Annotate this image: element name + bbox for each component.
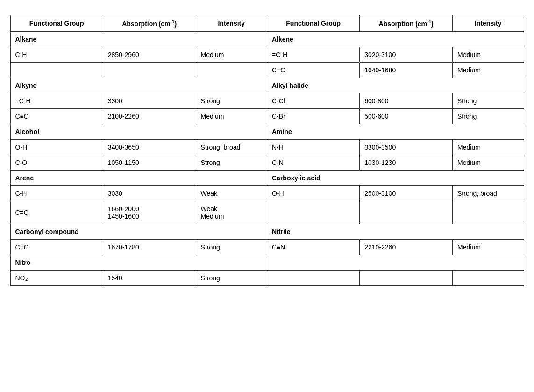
fg-right: C-N xyxy=(267,155,359,170)
table-row: NO₂1540Strong xyxy=(10,270,524,285)
int-right: Medium xyxy=(453,155,524,170)
group-label-right xyxy=(267,255,524,270)
table-row: Carbonyl compoundNitrile xyxy=(10,224,524,239)
fg-right: C=C xyxy=(267,62,359,78)
header-fg-left: Functional Group xyxy=(10,15,103,32)
group-label-right: Alkyl halide xyxy=(267,78,524,93)
fg-right xyxy=(267,270,359,285)
abs-right: 1030-1230 xyxy=(360,155,453,170)
abs-right: 3020-3100 xyxy=(360,47,453,62)
table-row: C=O1670-1780StrongC≡N2210-2260Medium xyxy=(10,239,524,255)
fg-right: C-Cl xyxy=(267,93,359,108)
table-row: AlkyneAlkyl halide xyxy=(10,78,524,93)
int-right: Medium xyxy=(453,62,524,78)
int-right: Strong xyxy=(453,108,524,124)
abs-left: 1660-20001450-1600 xyxy=(103,201,196,224)
table-row: O-H3400-3650Strong, broadN-H3300-3500Med… xyxy=(10,139,524,155)
group-label-left: Alcohol xyxy=(10,124,267,139)
abs-left: 3030 xyxy=(103,185,196,201)
int-left: Strong, broad xyxy=(196,139,267,155)
abs-right: 1640-1680 xyxy=(360,62,453,78)
group-label-left: Arene xyxy=(10,170,267,185)
int-right: Medium xyxy=(453,139,524,155)
fg-left: ≡C-H xyxy=(10,93,103,108)
abs-right: 600-800 xyxy=(360,93,453,108)
fg-left: C=C xyxy=(10,201,103,224)
int-left xyxy=(196,62,267,78)
int-left: Strong xyxy=(196,239,267,255)
fg-left: C=O xyxy=(10,239,103,255)
abs-left: 1540 xyxy=(103,270,196,285)
table-row: C=C1640-1680Medium xyxy=(10,62,524,78)
abs-right: 3300-3500 xyxy=(360,139,453,155)
ir-absorptions-table: Functional Group Absorption (cm-1) Inten… xyxy=(10,15,524,286)
table-row: C≡C2100-2260MediumC-Br500-600Strong xyxy=(10,108,524,124)
abs-right xyxy=(360,270,453,285)
int-left: Weak xyxy=(196,185,267,201)
int-left: Medium xyxy=(196,108,267,124)
int-left: Strong xyxy=(196,155,267,170)
fg-right: C≡N xyxy=(267,239,359,255)
abs-right: 500-600 xyxy=(360,108,453,124)
fg-right: =C-H xyxy=(267,47,359,62)
int-left: Strong xyxy=(196,270,267,285)
int-left: Strong xyxy=(196,93,267,108)
int-left: WeakMedium xyxy=(196,201,267,224)
header-abs-left: Absorption (cm-1) xyxy=(103,15,196,32)
abs-left xyxy=(103,62,196,78)
int-right xyxy=(453,201,524,224)
fg-right: N-H xyxy=(267,139,359,155)
int-right: Strong xyxy=(453,93,524,108)
header-fg-right: Functional Group xyxy=(267,15,359,32)
fg-left: NO₂ xyxy=(10,270,103,285)
abs-left: 1050-1150 xyxy=(103,155,196,170)
table-row: C-H3030WeakO-H2500-3100Strong, broad xyxy=(10,185,524,201)
fg-left: C-H xyxy=(10,185,103,201)
int-right: Medium xyxy=(453,47,524,62)
header-abs-right: Absorption (cm-1) xyxy=(360,15,453,32)
group-label-left: Nitro xyxy=(10,255,267,270)
group-label-right: Alkene xyxy=(267,31,524,47)
abs-left: 1670-1780 xyxy=(103,239,196,255)
table-header-row: Functional Group Absorption (cm-1) Inten… xyxy=(10,15,524,32)
group-label-right: Carboxylic acid xyxy=(267,170,524,185)
group-label-left: Alkyne xyxy=(10,78,267,93)
int-right: Medium xyxy=(453,239,524,255)
table-row: C-H2850-2960Medium=C-H3020-3100Medium xyxy=(10,47,524,62)
fg-left: O-H xyxy=(10,139,103,155)
table-row: Nitro xyxy=(10,255,524,270)
table-row: C=C1660-20001450-1600WeakMedium xyxy=(10,201,524,224)
int-right: Strong, broad xyxy=(453,185,524,201)
abs-left: 3300 xyxy=(103,93,196,108)
table-row: AreneCarboxylic acid xyxy=(10,170,524,185)
group-label-left: Alkane xyxy=(10,31,267,47)
fg-left: C≡C xyxy=(10,108,103,124)
fg-left: C-H xyxy=(10,47,103,62)
abs-right xyxy=(360,201,453,224)
fg-right xyxy=(267,201,359,224)
int-left: Medium xyxy=(196,47,267,62)
fg-left: C-O xyxy=(10,155,103,170)
abs-left: 2100-2260 xyxy=(103,108,196,124)
group-label-right: Amine xyxy=(267,124,524,139)
group-label-right: Nitrile xyxy=(267,224,524,239)
abs-left: 2850-2960 xyxy=(103,47,196,62)
int-right xyxy=(453,270,524,285)
table-row: AlkaneAlkene xyxy=(10,31,524,47)
header-int-left: Intensity xyxy=(196,15,267,32)
fg-right: C-Br xyxy=(267,108,359,124)
fg-right: O-H xyxy=(267,185,359,201)
table-row: ≡C-H3300StrongC-Cl600-800Strong xyxy=(10,93,524,108)
group-label-left: Carbonyl compound xyxy=(10,224,267,239)
table-row: AlcoholAmine xyxy=(10,124,524,139)
fg-left xyxy=(10,62,103,78)
page-wrapper: Functional Group Absorption (cm-1) Inten… xyxy=(10,9,524,286)
abs-left: 3400-3650 xyxy=(103,139,196,155)
table-row: C-O1050-1150StrongC-N1030-1230Medium xyxy=(10,155,524,170)
abs-right: 2500-3100 xyxy=(360,185,453,201)
header-int-right: Intensity xyxy=(453,15,524,32)
abs-right: 2210-2260 xyxy=(360,239,453,255)
